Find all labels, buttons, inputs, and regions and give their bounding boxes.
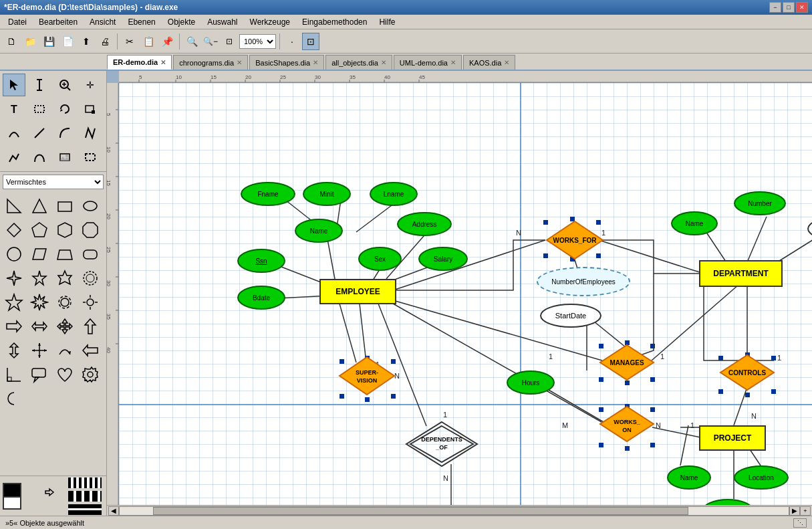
shape-ellipse[interactable]	[79, 195, 102, 217]
relation-dependents-of[interactable]: DEPENDENTS _OF	[405, 421, 479, 467]
box-tool[interactable]	[28, 98, 51, 120]
shape-circle[interactable]	[3, 243, 25, 266]
entity-project[interactable]: PROJECT	[699, 425, 766, 451]
hscroll-track[interactable]	[119, 506, 789, 516]
attr-bdate[interactable]: Bdate	[237, 286, 285, 310]
shape-arrow-up-down[interactable]	[3, 339, 25, 362]
save-button[interactable]: 💾	[40, 33, 57, 50]
attr-name-emp[interactable]: Name	[295, 219, 343, 243]
scroll-add-btn[interactable]: +	[800, 506, 811, 516]
shape-arrows-curve[interactable]	[53, 339, 76, 362]
shape-triangle[interactable]	[28, 195, 51, 217]
attr-proj-name[interactable]: Name	[667, 465, 711, 490]
shape-rectangle[interactable]	[53, 195, 76, 217]
shape-hexagon[interactable]	[53, 219, 76, 241]
shape-category-select[interactable]: Vermischtes	[3, 175, 104, 189]
menu-ansicht[interactable]: Ansicht	[84, 16, 121, 28]
move-tool[interactable]: ✛	[79, 74, 102, 96]
shape-right-triangle[interactable]	[3, 195, 25, 217]
menu-ebenen[interactable]: Ebenen	[122, 16, 160, 28]
canvas[interactable]: EMPLOYEE DEPARTMENT PROJECT DEPENDENT Fn…	[119, 83, 812, 505]
shape-parallelogram[interactable]	[28, 243, 51, 266]
shape-trapezoid[interactable]	[53, 243, 76, 266]
shape-star5[interactable]	[28, 267, 51, 290]
zoom-out-button[interactable]: 🔍−	[202, 33, 219, 50]
cut-button[interactable]: ✂	[121, 33, 138, 50]
print-button[interactable]: 🖨	[96, 33, 114, 50]
shape-rounded-rect[interactable]	[79, 243, 102, 266]
open-button[interactable]: 📁	[21, 33, 39, 50]
tab-close-all-objects[interactable]: ✕	[381, 59, 386, 66]
menu-auswahl[interactable]: Auswahl	[202, 16, 243, 28]
tab-close-kaos[interactable]: ✕	[504, 59, 509, 66]
shape-crescent[interactable]	[3, 387, 25, 410]
attr-fname[interactable]: Fname	[241, 182, 295, 206]
zigzag-tool[interactable]	[79, 122, 102, 144]
export-button[interactable]: ⬆	[78, 33, 95, 50]
rotate-tool[interactable]	[53, 98, 76, 120]
shape-heart[interactable]	[53, 363, 76, 386]
zoom-in-button[interactable]: 🔍	[183, 33, 200, 50]
fg-color-box[interactable]	[3, 483, 21, 498]
swap-colors-icon[interactable]	[41, 486, 60, 504]
new-button[interactable]: 🗋	[3, 33, 20, 50]
tab-close-er-demo[interactable]: ✕	[160, 59, 166, 66]
copy-button[interactable]: 📋	[140, 33, 157, 50]
attr-dept-number[interactable]: Number	[734, 191, 786, 215]
shape-star8[interactable]	[28, 291, 51, 314]
relation-works-for[interactable]: WORKS_FOR	[545, 220, 604, 260]
shape-arrows4b[interactable]	[28, 339, 51, 362]
shape-arrows4[interactable]	[53, 315, 76, 338]
menu-objekte[interactable]: Objekte	[162, 16, 200, 28]
shape-diamond[interactable]	[3, 219, 25, 241]
curve-tool[interactable]	[3, 122, 25, 144]
text-cursor-tool[interactable]	[28, 74, 51, 96]
select-tool[interactable]	[3, 74, 25, 96]
menu-datei[interactable]: Datei	[3, 16, 32, 28]
attr-num-employees[interactable]: NumberOfEmployees	[537, 267, 630, 296]
attr-lname[interactable]: Lname	[370, 182, 418, 206]
shape-star6[interactable]	[53, 267, 76, 290]
attr-salary[interactable]: Salary	[418, 247, 468, 271]
shape-star4[interactable]	[3, 267, 25, 290]
attr-dept-name[interactable]: Name	[671, 211, 718, 235]
attr-ssn[interactable]: Ssn	[237, 249, 285, 273]
shape-double-arrow-h[interactable]	[28, 315, 51, 338]
attr-startdate[interactable]: StartDate	[540, 304, 601, 328]
line-style-1[interactable]	[68, 478, 102, 488]
menu-eingabemethoden[interactable]: Eingabemethoden	[297, 16, 372, 28]
shape-octagon[interactable]	[79, 219, 102, 241]
shape-callout[interactable]	[28, 363, 51, 386]
tab-er-demo[interactable]: ER-demo.dia ✕	[107, 55, 172, 70]
relation-supervision[interactable]: SUPER- VISION	[338, 356, 396, 396]
menu-bearbeiten[interactable]: Bearbeiten	[33, 16, 83, 28]
bezier-tool[interactable]	[28, 146, 51, 169]
relation-controls[interactable]: CONTROLS	[719, 354, 775, 391]
zoom-select[interactable]: 100% 75% 50% 150% 200%	[239, 34, 276, 49]
relation-manages[interactable]: MANAGES	[599, 344, 655, 381]
relation-works-on[interactable]: WORKS_ ON	[599, 405, 655, 443]
arc-tool[interactable]	[53, 122, 76, 144]
paste-button[interactable]: 📌	[158, 33, 176, 50]
status-resize-grip[interactable]: ⋱	[793, 518, 807, 528]
tab-chronograms[interactable]: chronograms.dia ✕	[173, 55, 248, 70]
close-button[interactable]: ✕	[796, 2, 808, 13]
shape-sun[interactable]	[79, 291, 102, 314]
tab-uml-demo[interactable]: UML-demo.dia ✕	[394, 55, 462, 70]
attr-proj-location[interactable]: Location	[734, 465, 789, 490]
tab-kaos[interactable]: KAOS.dia ✕	[463, 55, 515, 70]
resize-tool[interactable]	[79, 98, 102, 120]
line-tool[interactable]	[28, 122, 51, 144]
zoom-tool[interactable]	[53, 74, 76, 96]
maximize-button[interactable]: □	[783, 2, 795, 13]
attr-hours[interactable]: Hours	[507, 371, 555, 395]
zoom-fit-button[interactable]: ⊡	[221, 33, 238, 50]
entity-employee[interactable]: EMPLOYEE	[319, 279, 396, 304]
shape-pentagon[interactable]	[28, 219, 51, 241]
shape-gear2[interactable]	[79, 363, 102, 386]
shape-rightangle[interactable]	[3, 363, 25, 386]
minimize-button[interactable]: −	[769, 2, 781, 13]
tab-all-objects[interactable]: all_objects.dia ✕	[325, 55, 392, 70]
entity-department[interactable]: DEPARTMENT	[699, 260, 783, 287]
menu-hilfe[interactable]: Hilfe	[374, 16, 400, 28]
